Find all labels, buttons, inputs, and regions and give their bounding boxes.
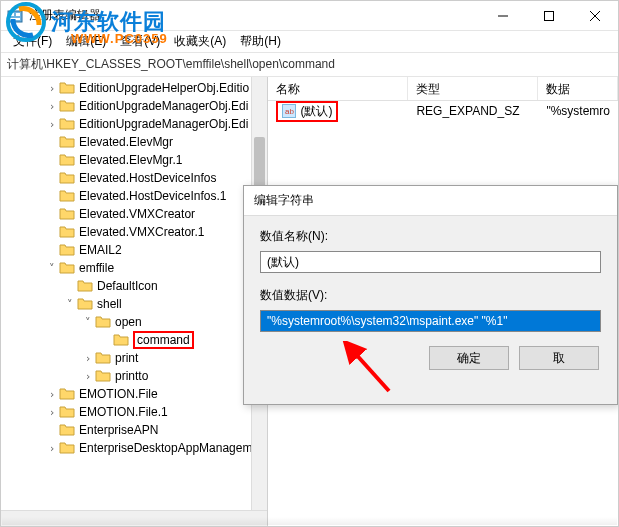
tree-item-label: command [133,331,194,349]
column-name[interactable]: 名称 [268,77,408,100]
list-row[interactable]: ab (默认) REG_EXPAND_SZ "%systemro [268,101,618,121]
tree-item[interactable]: ˅emffile [7,259,267,277]
tree-item[interactable]: ›EMOTION.File [7,385,267,403]
tree-item[interactable]: ˅open [7,313,267,331]
cancel-button[interactable]: 取 [519,346,599,370]
tree-item[interactable]: ›print [7,349,267,367]
svg-rect-4 [10,18,20,20]
edit-string-dialog: 编辑字符串 数值名称(N): 数值数据(V): 确定 取 [243,185,618,405]
chevron-right-icon[interactable]: › [81,370,95,383]
tree-item[interactable]: ›EditionUpgradeHelperObj.Editio [7,79,267,97]
tree-item-label: printto [115,369,148,383]
tree-item[interactable]: Elevated.HostDeviceInfos.1 [7,187,267,205]
column-type[interactable]: 类型 [408,77,538,100]
minimize-button[interactable] [480,1,526,31]
watermark-url: WWW.PC0359 [71,31,168,46]
tree-item[interactable]: Elevated.ElevMgr [7,133,267,151]
menu-file[interactable]: 文件(F) [7,31,58,52]
folder-icon [59,99,75,113]
chevron-right-icon[interactable]: › [45,442,59,455]
tree-item-label: Elevated.ElevMgr [79,135,173,149]
address-bar[interactable]: 计算机\HKEY_CLASSES_ROOT\emffile\shell\open… [1,53,618,77]
folder-icon [59,243,75,257]
window-controls [480,1,618,31]
chevron-right-icon[interactable]: › [45,82,59,95]
value-data-input[interactable] [260,310,601,332]
menu-help[interactable]: 帮助(H) [234,31,287,52]
folder-icon [59,225,75,239]
chevron-right-icon[interactable]: › [81,352,95,365]
chevron-right-icon[interactable]: › [45,388,59,401]
tree-item[interactable]: ›EnterpriseDesktopAppManagem [7,439,267,457]
tree-item-label: EMOTION.File.1 [79,405,168,419]
svg-rect-3 [16,13,20,16]
tree-item[interactable]: Elevated.ElevMgr.1 [7,151,267,169]
value-type: REG_EXPAND_SZ [408,102,538,120]
tree-item[interactable]: ›EMOTION.File.1 [7,403,267,421]
tree-item[interactable]: Elevated.VMXCreator.1 [7,223,267,241]
folder-icon [59,441,75,455]
folder-icon [95,315,111,329]
tree-item[interactable]: ›EditionUpgradeManagerObj.Edi [7,97,267,115]
dialog-title: 编辑字符串 [244,186,617,216]
chevron-right-icon[interactable]: › [45,118,59,131]
chevron-right-icon[interactable]: › [45,406,59,419]
tree-item-label: EnterpriseDesktopAppManagem [79,441,252,455]
tree-item[interactable]: Elevated.HostDeviceInfos [7,169,267,187]
value-name-input[interactable] [260,251,601,273]
svg-rect-1 [8,11,22,22]
tree-item-label: open [115,315,142,329]
folder-icon [77,297,93,311]
window-titlebar: 注册表编辑器 [1,1,618,31]
tree-scrollbar-horizontal[interactable] [1,510,267,526]
folder-icon [77,279,93,293]
tree-item-label: EMOTION.File [79,387,158,401]
folder-icon [59,171,75,185]
folder-icon [59,153,75,167]
column-data[interactable]: 数据 [538,77,618,100]
folder-icon [113,333,129,347]
tree-item-label: EMAIL2 [79,243,122,257]
folder-icon [59,117,75,131]
tree-item[interactable]: DefaultIcon [7,277,267,295]
tree-item-label: DefaultIcon [97,279,158,293]
folder-icon [59,135,75,149]
tree-item-label: Elevated.HostDeviceInfos.1 [79,189,226,203]
window-title: 注册表编辑器 [29,7,101,24]
menu-favorites[interactable]: 收藏夹(A) [168,31,232,52]
tree-item[interactable]: ›printto [7,367,267,385]
value-name: (默认) [300,103,332,120]
tree-item-label: Elevated.HostDeviceInfos [79,171,216,185]
chevron-down-icon[interactable]: ˅ [81,316,95,329]
folder-icon [59,423,75,437]
close-button[interactable] [572,1,618,31]
chevron-down-icon[interactable]: ˅ [45,262,59,275]
tree-item-label: EditionUpgradeManagerObj.Edi [79,117,248,131]
maximize-button[interactable] [526,1,572,31]
folder-icon [95,369,111,383]
tree-item[interactable]: EnterpriseAPN [7,421,267,439]
chevron-down-icon[interactable]: ˅ [63,298,77,311]
tree-item[interactable]: Elevated.VMXCreator [7,205,267,223]
tree-item[interactable]: ›EditionUpgradeManagerObj.Edi [7,115,267,133]
folder-icon [95,351,111,365]
tree-item-label: EditionUpgradeManagerObj.Edi [79,99,248,113]
tree-item-label: EnterpriseAPN [79,423,158,437]
tree-item[interactable]: ˅shell [7,295,267,313]
tree-item-label: shell [97,297,122,311]
folder-icon [59,387,75,401]
folder-icon [59,81,75,95]
folder-icon [59,261,75,275]
tree-item-label: Elevated.VMXCreator [79,207,195,221]
value-data-label: 数值数据(V): [260,287,601,304]
tree-item-label: EditionUpgradeHelperObj.Editio [79,81,249,95]
tree-item-label: emffile [79,261,114,275]
tree-item[interactable]: EMAIL2 [7,241,267,259]
tree-item-label: Elevated.ElevMgr.1 [79,153,182,167]
folder-icon [59,189,75,203]
ok-button[interactable]: 确定 [429,346,509,370]
chevron-right-icon[interactable]: › [45,100,59,113]
tree-item[interactable]: command [7,331,267,349]
string-value-icon: ab [282,104,296,118]
address-path: 计算机\HKEY_CLASSES_ROOT\emffile\shell\open… [7,56,335,73]
